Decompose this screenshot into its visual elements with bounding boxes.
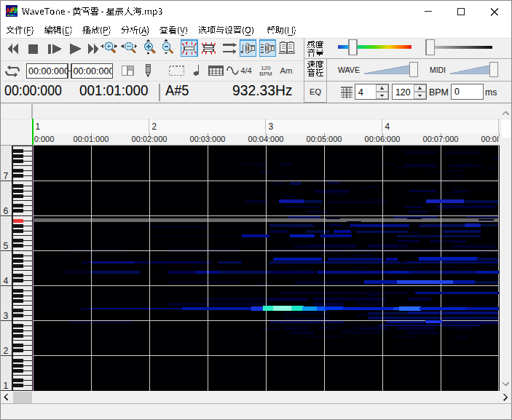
svg-text:6: 6: [4, 206, 9, 216]
svg-text:00:07:000: 00:07:000: [423, 135, 459, 143]
svg-text:4: 4: [385, 122, 390, 132]
svg-text:4/4: 4/4: [240, 66, 252, 75]
svg-text:MIDI: MIDI: [430, 66, 446, 74]
svg-text:ms: ms: [485, 87, 497, 98]
svg-text:0:000: 0:000: [34, 135, 55, 143]
svg-text:001:01:000: 001:01:000: [79, 82, 149, 98]
svg-text:0: 0: [454, 87, 460, 97]
svg-text:4: 4: [358, 87, 363, 98]
svg-text:5: 5: [4, 241, 9, 251]
svg-text:2: 2: [152, 122, 157, 132]
svg-text:4: 4: [4, 276, 9, 286]
svg-text:2: 2: [4, 346, 9, 356]
svg-text:00:00:000: 00:00:000: [74, 66, 114, 76]
svg-text:1: 1: [4, 381, 9, 391]
svg-text:120: 120: [395, 87, 411, 98]
svg-text:00:00:000: 00:00:000: [28, 66, 69, 76]
svg-text:Am: Am: [280, 66, 293, 75]
svg-text:3: 3: [4, 311, 9, 321]
svg-text:00:01:000: 00:01:000: [74, 135, 109, 143]
svg-text:7: 7: [4, 171, 9, 181]
svg-text:00:00:000: 00:00:000: [4, 82, 62, 98]
svg-text:932.33Hz: 932.33Hz: [232, 82, 293, 98]
svg-text:WAVE: WAVE: [338, 66, 360, 74]
svg-text:00:03:000: 00:03:000: [190, 135, 226, 143]
svg-text:1: 1: [36, 122, 41, 132]
svg-text:BPM: BPM: [259, 71, 272, 77]
svg-text:3: 3: [269, 122, 274, 132]
svg-text:00:04:000: 00:04:000: [248, 135, 284, 143]
svg-text:BPM: BPM: [429, 87, 449, 98]
svg-text:EQ: EQ: [310, 87, 321, 96]
svg-text:00:02:000: 00:02:000: [132, 135, 168, 143]
svg-text:A#5: A#5: [165, 82, 189, 98]
svg-text:00:05:000: 00:05:000: [307, 135, 342, 143]
svg-text:00:06:000: 00:06:000: [365, 135, 401, 143]
